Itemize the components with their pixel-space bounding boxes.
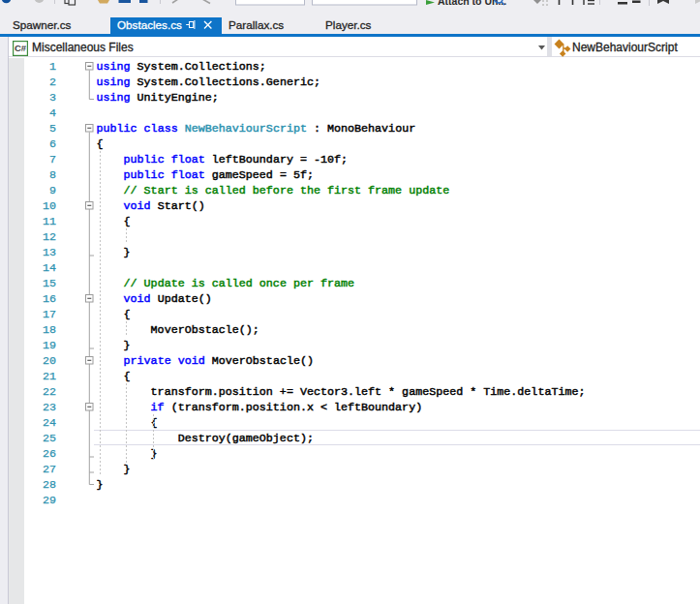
svg-text:C#: C# — [15, 43, 27, 53]
svg-text:Attach to Un...: Attach to Un... — [438, 0, 506, 7]
